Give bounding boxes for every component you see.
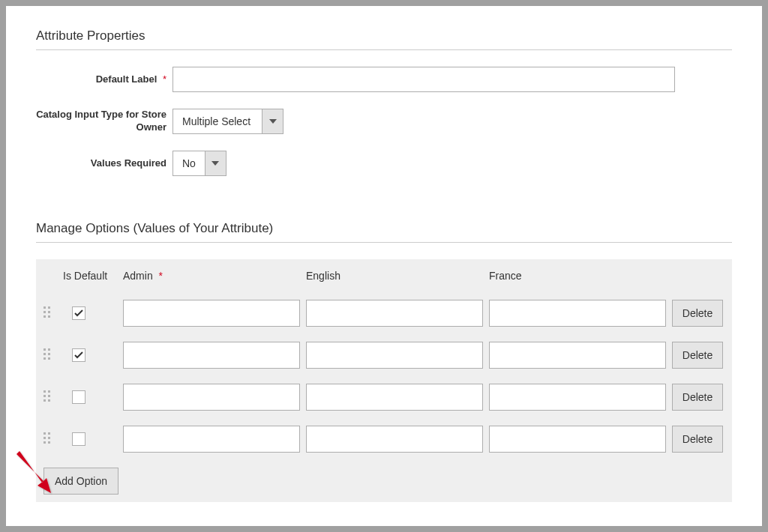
- th-is-default: Is Default: [63, 270, 123, 282]
- admin-input[interactable]: [123, 384, 300, 411]
- delete-button[interactable]: Delete: [672, 300, 723, 327]
- options-header-row: Is Default Admin * English France: [36, 259, 732, 292]
- required-star: *: [159, 270, 163, 282]
- delete-button[interactable]: Delete: [672, 384, 723, 411]
- select-value: No: [173, 151, 205, 175]
- is-default-checkbox[interactable]: [72, 348, 86, 362]
- row-values-required: Values Required No: [36, 151, 732, 176]
- is-default-checkbox[interactable]: [72, 390, 86, 404]
- english-input[interactable]: [306, 300, 483, 327]
- chevron-down-icon[interactable]: [205, 151, 226, 175]
- label-values-required: Values Required: [36, 157, 172, 170]
- divider: [36, 242, 732, 243]
- divider: [36, 49, 732, 50]
- option-row: Delete: [36, 376, 732, 418]
- english-input[interactable]: [306, 342, 483, 369]
- admin-input[interactable]: [123, 300, 300, 327]
- admin-input[interactable]: [123, 426, 300, 453]
- required-star: *: [163, 73, 166, 85]
- select-value: Multiple Select: [173, 109, 262, 133]
- option-row: Delete: [36, 292, 732, 334]
- default-label-input[interactable]: [172, 67, 675, 92]
- values-required-select[interactable]: No: [172, 151, 226, 176]
- english-input[interactable]: [306, 426, 483, 453]
- label-catalog-input-type: Catalog Input Type for Store Owner: [36, 109, 172, 134]
- is-default-checkbox[interactable]: [72, 306, 86, 320]
- label-default-label: Default Label *: [36, 73, 172, 86]
- france-input[interactable]: [489, 426, 666, 453]
- drag-handle-icon[interactable]: [44, 306, 52, 320]
- drag-handle-icon[interactable]: [44, 348, 52, 362]
- section-title-attribute-properties: Attribute Properties: [36, 28, 732, 43]
- delete-button[interactable]: Delete: [672, 342, 723, 369]
- admin-input[interactable]: [123, 342, 300, 369]
- th-english: English: [306, 270, 489, 282]
- france-input[interactable]: [489, 384, 666, 411]
- chevron-down-icon[interactable]: [262, 109, 283, 133]
- attribute-properties-section: Attribute Properties Default Label * Cat…: [36, 28, 732, 176]
- catalog-input-type-select[interactable]: Multiple Select: [172, 109, 284, 134]
- options-table: Is Default Admin * English France Delete…: [36, 259, 732, 502]
- add-option-row: Add Option: [36, 460, 732, 502]
- is-default-checkbox[interactable]: [72, 432, 86, 446]
- delete-button[interactable]: Delete: [672, 426, 723, 453]
- add-option-button[interactable]: Add Option: [44, 468, 118, 495]
- section-title-manage-options: Manage Options (Values of Your Attribute…: [36, 221, 732, 236]
- option-row: Delete: [36, 334, 732, 376]
- france-input[interactable]: [489, 300, 666, 327]
- row-catalog-input-type: Catalog Input Type for Store Owner Multi…: [36, 109, 732, 134]
- manage-options-section: Manage Options (Values of Your Attribute…: [36, 221, 732, 502]
- option-row: Delete: [36, 418, 732, 460]
- france-input[interactable]: [489, 342, 666, 369]
- th-admin: Admin *: [123, 270, 306, 282]
- attribute-panel: Attribute Properties Default Label * Cat…: [6, 6, 762, 526]
- row-default-label: Default Label *: [36, 67, 732, 92]
- drag-handle-icon[interactable]: [44, 390, 52, 404]
- th-france: France: [489, 270, 672, 282]
- drag-handle-icon[interactable]: [44, 432, 52, 446]
- english-input[interactable]: [306, 384, 483, 411]
